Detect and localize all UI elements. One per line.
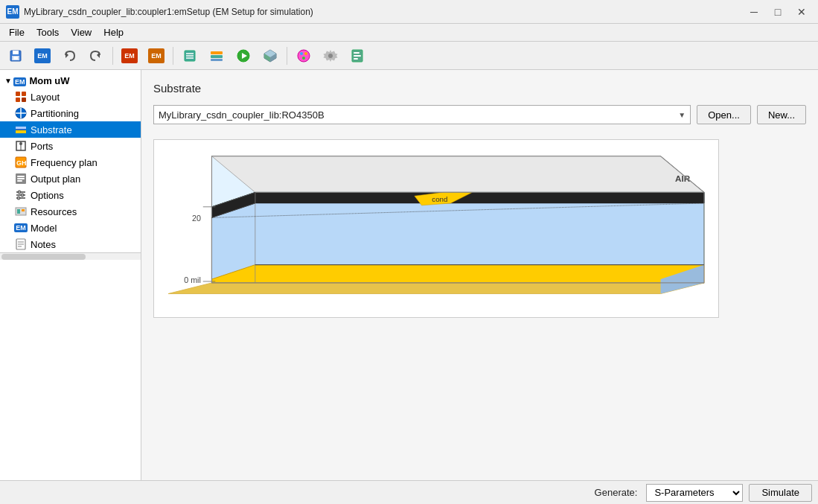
sidebar-root-label: Mom uW bbox=[29, 75, 69, 86]
options-icon bbox=[15, 189, 27, 201]
simulate-button[interactable]: Simulate bbox=[749, 484, 812, 502]
svg-point-52 bbox=[17, 197, 20, 200]
content-area: Substrate MyLibrary_csdn_coupler_lib:RO4… bbox=[141, 70, 818, 480]
em-button-3[interactable]: EM bbox=[144, 45, 169, 67]
svg-rect-28 bbox=[16, 92, 20, 96]
sidebar-item-notes-label: Notes bbox=[31, 239, 56, 250]
sidebar-item-options[interactable]: Options bbox=[0, 187, 141, 203]
new-button[interactable]: New... bbox=[757, 105, 806, 124]
minimize-button[interactable]: ─ bbox=[744, 4, 764, 20]
dropdown-arrow-icon: ▼ bbox=[678, 111, 686, 119]
menu-help[interactable]: Help bbox=[98, 25, 130, 39]
sidebar-item-ports[interactable]: Ports bbox=[0, 138, 141, 154]
titlebar: EM MyLibrary_csdn_coupler_lib:coupler1:e… bbox=[0, 0, 818, 24]
sidebar-item-model[interactable]: EM Model bbox=[0, 220, 141, 236]
svg-text:GHz: GHz bbox=[16, 159, 27, 167]
resources-icon bbox=[15, 205, 27, 217]
svg-rect-11 bbox=[211, 55, 223, 58]
redo-button[interactable] bbox=[83, 45, 109, 67]
svg-point-48 bbox=[18, 191, 21, 194]
substrate-dropdown[interactable]: MyLibrary_csdn_coupler_lib:RO4350B ▼ bbox=[153, 105, 691, 124]
toolbar: EM EM EM bbox=[0, 42, 818, 70]
svg-rect-35 bbox=[16, 127, 26, 130]
app-icon: EM bbox=[6, 5, 19, 19]
svg-point-21 bbox=[304, 52, 307, 55]
sidebar-item-resources-label: Resources bbox=[31, 206, 77, 217]
window-controls: ─ □ ✕ bbox=[744, 4, 812, 20]
menu-file[interactable]: File bbox=[3, 25, 31, 39]
sidebar-item-partitioning[interactable]: Partitioning bbox=[0, 105, 141, 121]
settings-button[interactable] bbox=[318, 45, 343, 67]
window-title: MyLibrary_csdn_coupler_lib:coupler1:emSe… bbox=[24, 7, 744, 17]
svg-marker-65 bbox=[211, 265, 703, 283]
svg-rect-36 bbox=[16, 130, 26, 133]
3d-button[interactable] bbox=[258, 45, 283, 67]
schematic-button[interactable] bbox=[177, 45, 202, 67]
sidebar-item-resources[interactable]: Resources bbox=[0, 203, 141, 220]
open-button[interactable]: Open... bbox=[697, 105, 751, 124]
svg-rect-54 bbox=[17, 209, 20, 214]
generate-dropdown[interactable]: S-Parameters bbox=[646, 484, 743, 502]
sidebar-item-ports-label: Ports bbox=[31, 141, 53, 152]
menubar: File Tools View Help bbox=[0, 24, 818, 42]
svg-rect-25 bbox=[354, 52, 360, 54]
svg-point-40 bbox=[19, 142, 22, 145]
save-button[interactable] bbox=[3, 45, 28, 67]
svg-rect-10 bbox=[211, 51, 223, 54]
svg-marker-66 bbox=[168, 283, 704, 294]
svg-rect-12 bbox=[211, 59, 223, 61]
svg-rect-45 bbox=[17, 178, 25, 179]
layers-button[interactable] bbox=[204, 45, 229, 67]
close-button[interactable]: ✕ bbox=[791, 4, 812, 20]
svg-marker-62 bbox=[211, 156, 703, 193]
sidebar-item-notes[interactable]: Notes bbox=[0, 236, 141, 252]
sidebar: ▼ EM Mom uW Layout Partitioning Substrat… bbox=[0, 70, 141, 480]
sidebar-item-frequency-label: Frequency plan bbox=[31, 157, 98, 168]
sidebar-tree-root[interactable]: ▼ EM Mom uW bbox=[0, 73, 141, 89]
sidebar-item-output-label: Output plan bbox=[31, 173, 80, 185]
output-icon bbox=[15, 173, 27, 185]
sidebar-item-substrate[interactable]: Substrate bbox=[0, 121, 141, 138]
svg-point-22 bbox=[302, 57, 305, 60]
diagram-svg: 20 0 mil cond AIR RO4350B (3.66) 20 mil bbox=[163, 149, 709, 308]
svg-rect-46 bbox=[17, 180, 22, 182]
notes-icon bbox=[15, 238, 27, 250]
maximize-button[interactable]: □ bbox=[767, 4, 788, 20]
sidebar-item-layout[interactable]: Layout bbox=[0, 89, 141, 105]
y-label-20: 20 bbox=[192, 214, 201, 223]
sidebar-item-substrate-label: Substrate bbox=[31, 124, 72, 135]
section-title: Substrate bbox=[153, 82, 806, 95]
sidebar-root-em-icon: EM bbox=[13, 75, 27, 86]
sidebar-item-frequency-plan[interactable]: GHz Frequency plan bbox=[0, 154, 141, 170]
sidebar-item-output-plan[interactable]: Output plan bbox=[0, 170, 141, 187]
svg-rect-29 bbox=[22, 92, 26, 96]
svg-rect-55 bbox=[22, 209, 25, 211]
script-button[interactable] bbox=[345, 45, 370, 67]
svg-point-50 bbox=[21, 194, 24, 197]
run-button[interactable] bbox=[231, 45, 256, 67]
cond-label: cond bbox=[432, 195, 447, 203]
menu-tools[interactable]: Tools bbox=[31, 25, 65, 39]
sidebar-item-layout-label: Layout bbox=[31, 92, 60, 103]
svg-rect-26 bbox=[354, 55, 361, 57]
layout-icon bbox=[15, 91, 27, 103]
em-button-1[interactable]: EM bbox=[30, 45, 55, 67]
model-icon: EM bbox=[15, 222, 27, 234]
undo-button[interactable] bbox=[57, 45, 82, 67]
y-label-0: 0 mil bbox=[184, 275, 201, 284]
substrate-row: MyLibrary_csdn_coupler_lib:RO4350B ▼ Ope… bbox=[153, 105, 806, 124]
menu-view[interactable]: View bbox=[65, 25, 98, 39]
svg-rect-31 bbox=[22, 98, 26, 102]
substrate-diagram: 20 0 mil cond AIR RO4350B (3.66) 20 mil bbox=[153, 139, 719, 318]
sidebar-item-partitioning-label: Partitioning bbox=[31, 108, 79, 119]
svg-point-19 bbox=[298, 50, 310, 62]
partition-icon bbox=[15, 107, 27, 119]
palette-button[interactable] bbox=[291, 45, 316, 67]
em-button-2[interactable]: EM bbox=[117, 45, 142, 67]
tree-expand-icon: ▼ bbox=[4, 77, 12, 85]
substrate-value: MyLibrary_csdn_coupler_lib:RO4350B bbox=[159, 109, 325, 121]
sidebar-item-model-label: Model bbox=[31, 223, 57, 234]
generate-label: Generate: bbox=[595, 487, 638, 498]
substrate-icon bbox=[15, 124, 27, 135]
sidebar-item-options-label: Options bbox=[31, 190, 64, 201]
